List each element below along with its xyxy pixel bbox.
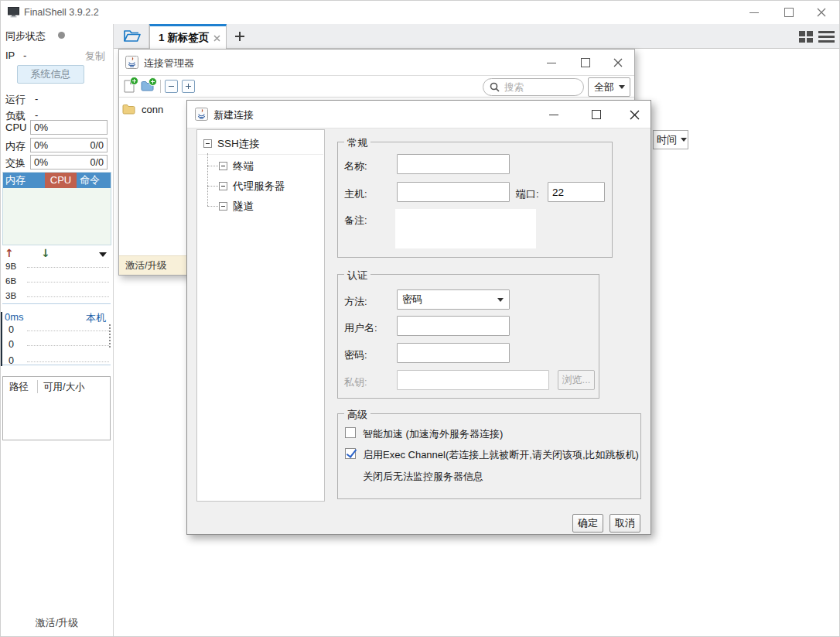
filter-dropdown[interactable]: 全部 (588, 77, 630, 97)
filter-value: 全部 (594, 80, 619, 94)
system-info-button[interactable]: 系统信息 (17, 65, 84, 84)
menu-icon[interactable] (818, 31, 835, 43)
monitor-tabs: 内存 CPU 命令 (3, 173, 111, 188)
tab-new-page[interactable]: 1 新标签页 (149, 24, 227, 49)
tab-command[interactable]: 命令 (77, 173, 111, 188)
run-label: 运行 (5, 93, 26, 107)
general-groupbox: 常规 名称: 主机: 端口: 备注: (337, 142, 613, 258)
open-folder-icon (123, 29, 142, 43)
private-key-input[interactable] (397, 370, 549, 390)
close-icon (613, 58, 623, 67)
ping-gridline (27, 361, 109, 362)
app-logo-icon (8, 7, 19, 21)
close-button[interactable] (810, 5, 833, 19)
new-tab-button[interactable] (234, 31, 245, 42)
sort-time-dropdown[interactable]: 时间 (653, 130, 688, 149)
tree-connector (207, 186, 218, 187)
folder-row-conn[interactable]: conn (122, 101, 163, 118)
connection-folder-button[interactable] (116, 24, 149, 48)
port-input[interactable] (548, 182, 605, 202)
new-folder-button[interactable] (141, 80, 154, 92)
splitter-handle[interactable] (109, 324, 111, 348)
tree-collapse-icon[interactable] (219, 162, 227, 170)
copy-link[interactable]: 复制 (85, 50, 105, 63)
tab-bar: 1 新标签页 (114, 24, 839, 49)
connection-type-tree: SSH连接 终端 代理服务器 隧道 (196, 129, 325, 502)
connmgr-maximize-button[interactable] (574, 56, 597, 70)
net-tick: 9B (5, 262, 16, 271)
method-dropdown[interactable]: 密码 (397, 289, 510, 310)
connmgr-minimize-button[interactable] (540, 56, 563, 70)
expand-all-button[interactable] (182, 80, 195, 93)
search-box[interactable] (483, 78, 584, 96)
tree-item-proxy[interactable]: 代理服务器 (219, 176, 285, 196)
disk-table: 路径 可用/大小 (2, 376, 111, 440)
name-input[interactable] (397, 154, 510, 174)
maximize-button[interactable] (777, 5, 801, 19)
net-tick: 3B (5, 291, 16, 300)
browse-button[interactable]: 浏览... (558, 370, 595, 390)
mem-percent: 0% (34, 140, 48, 151)
new-connection-button[interactable] (124, 80, 135, 94)
java-app-icon (125, 56, 138, 72)
exec-channel-checkbox[interactable] (345, 448, 356, 459)
password-input[interactable] (397, 343, 510, 363)
sidebar: 同步状态 IP - 复制 系统信息 运行 - 负载 - CPU 0% 内存 0%… (1, 24, 114, 637)
auth-groupbox: 认证 方法: 密码 用户名: 密码: 私钥: 浏览... (337, 274, 599, 399)
tree-item-terminal[interactable]: 终端 (219, 156, 254, 176)
layout-grid-icon[interactable] (799, 31, 814, 43)
tree-item-tunnel[interactable]: 隧道 (219, 197, 254, 216)
upload-arrow-icon: ↑ (5, 247, 14, 259)
tree-collapse-icon[interactable] (219, 202, 227, 211)
check-icon (346, 447, 357, 458)
smart-accel-label: 智能加速 (加速海外服务器连接) (363, 427, 503, 441)
local-host-link[interactable]: 本机 (86, 311, 106, 325)
load-value: - (35, 109, 38, 121)
dialog-maximize-button[interactable] (585, 108, 608, 122)
connmgr-toolbar: 全部 (119, 76, 634, 98)
dialog-close-button[interactable] (623, 108, 646, 122)
tree-collapse-icon[interactable] (203, 139, 212, 148)
advanced-legend: 高级 (344, 408, 370, 422)
tree-connector (207, 153, 208, 206)
username-input[interactable] (397, 316, 510, 336)
host-input[interactable] (397, 182, 510, 202)
tab-memory[interactable]: 内存 (3, 173, 45, 188)
net-tick: 6B (5, 276, 16, 286)
maximize-icon (592, 110, 601, 119)
remark-textarea[interactable] (395, 209, 536, 248)
port-label: 端口: (516, 187, 539, 201)
swap-ratio: 0/0 (90, 157, 104, 168)
dialog-minimize-button[interactable] (542, 108, 565, 122)
tree-collapse-icon[interactable] (219, 182, 227, 190)
ping-graph-baseline (2, 365, 111, 365)
tab-close-icon[interactable] (213, 35, 220, 42)
activate-upgrade-link[interactable]: 激活/升级 (1, 616, 113, 630)
ip-label: IP (5, 50, 15, 61)
minimize-button[interactable] (743, 5, 766, 19)
ok-button[interactable]: 确定 (572, 514, 603, 533)
app-title: FinalShell 3.9.2.2 (24, 7, 99, 18)
maximize-icon (784, 8, 794, 17)
tree-item-ssh[interactable]: SSH连接 (203, 134, 260, 153)
connmgr-close-button[interactable] (606, 56, 630, 70)
net-gridline (27, 282, 109, 283)
tab-cpu[interactable]: CPU (45, 173, 77, 188)
swap-percent: 0% (34, 157, 48, 168)
minimize-icon (750, 12, 759, 13)
auth-legend: 认证 (344, 269, 370, 283)
run-value: - (35, 93, 38, 104)
sync-status-label: 同步状态 (5, 29, 46, 43)
cancel-button[interactable]: 取消 (610, 514, 640, 533)
smart-accel-checkbox[interactable] (345, 427, 356, 438)
search-input[interactable] (503, 81, 575, 94)
sort-time-value: 时间 (657, 133, 677, 147)
collapse-all-button[interactable] (165, 80, 178, 93)
method-label: 方法: (344, 295, 367, 309)
mem-label: 内存 (5, 139, 26, 153)
net-options-dropdown-icon[interactable] (99, 252, 107, 257)
chevron-down-icon (681, 138, 687, 142)
tree-item-label: 终端 (233, 159, 254, 173)
activate-upgrade-link[interactable]: 激活/升级 (125, 260, 166, 271)
tree-item-label: 隧道 (233, 200, 254, 214)
